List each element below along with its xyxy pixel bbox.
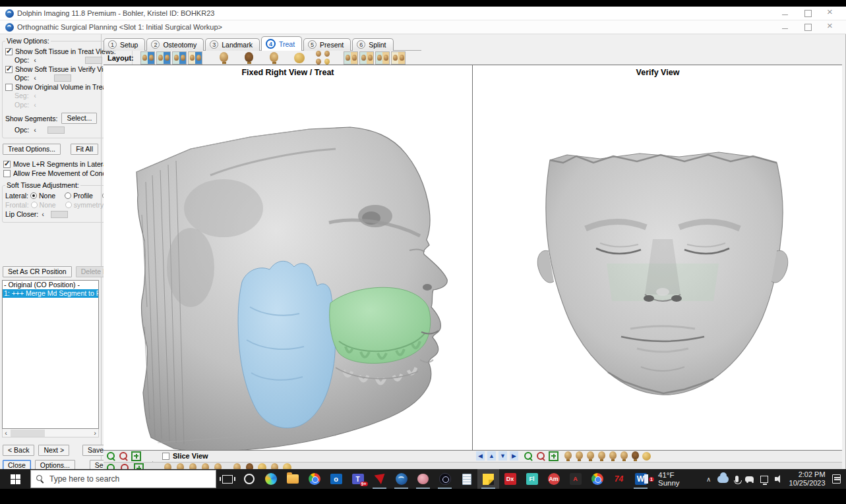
head-view-rear-oblique-icon[interactable] (620, 451, 628, 461)
set-cr-position-button[interactable]: Set As CR Position (3, 266, 72, 277)
chrome-button[interactable] (303, 469, 325, 489)
head-view-right-oblique-icon[interactable] (575, 451, 584, 461)
sticky-notes-button[interactable] (477, 469, 499, 489)
checkbox-icon[interactable] (5, 66, 13, 73)
layout-sphere-view-icon[interactable] (291, 51, 307, 65)
layout-quad-view-icon[interactable] (316, 51, 333, 65)
onedrive-icon[interactable] (717, 476, 728, 483)
fl-app-button[interactable]: Fl (521, 469, 543, 489)
maximize-icon[interactable] (804, 9, 812, 17)
radio-lateral-none[interactable] (30, 192, 37, 199)
teams-button[interactable]: T9+ (347, 469, 369, 489)
rotate-down-icon[interactable]: ▼ (499, 451, 507, 461)
tab-splint[interactable]: 6Splint (352, 38, 393, 51)
slider-left-arrow[interactable]: ‹ (32, 126, 38, 133)
layout-pair-tan-1-icon[interactable] (344, 51, 358, 65)
layout-three-quarter-head-icon[interactable] (241, 51, 257, 65)
layout-pair-blue-2-icon[interactable] (156, 51, 171, 65)
speaker-icon[interactable] (775, 475, 782, 483)
back-button[interactable]: < Back (3, 445, 34, 456)
dolphin-taskbar-button[interactable] (390, 469, 412, 489)
minimize-icon[interactable] (781, 9, 789, 17)
checkbox-icon[interactable] (3, 170, 11, 177)
layout-pair-tan-2-icon[interactable] (359, 51, 374, 65)
close-icon[interactable] (826, 9, 834, 17)
checkbox-free-condyles[interactable]: Allow Free Movement of Condyles (3, 169, 99, 177)
network-display-icon[interactable] (760, 476, 769, 483)
microphone-icon[interactable] (735, 476, 739, 482)
movement-list-hscrollbar[interactable]: ‹ › (2, 429, 99, 437)
head-view-frontal-icon[interactable] (586, 451, 595, 461)
hscroll-left-arrow[interactable]: ‹ (3, 430, 9, 436)
tab-landmark[interactable]: 3Landmark (205, 38, 260, 51)
rotate-right-icon[interactable]: ▶ (510, 451, 518, 461)
search-input[interactable] (49, 474, 188, 484)
layout-pair-tan-3-icon[interactable] (375, 51, 390, 65)
treat-view-panel[interactable]: Fixed Right View / Treat (104, 65, 473, 450)
checkbox-icon[interactable] (5, 84, 13, 91)
sphere-view-icon[interactable] (642, 452, 651, 461)
start-button[interactable] (0, 469, 30, 489)
edge-button[interactable] (260, 469, 282, 489)
slider-thumb[interactable] (85, 57, 102, 64)
tray-expand-icon[interactable]: ∧ (706, 476, 711, 483)
tab-osteotomy[interactable]: 2Osteotomy (146, 38, 204, 51)
dx-app-button[interactable]: Dx (499, 469, 521, 489)
zoom-in-icon[interactable] (524, 451, 533, 461)
movement-list[interactable]: - Original (CO Position) - 1: +++ Merge … (2, 280, 99, 429)
layout-right-profile-head-icon[interactable] (216, 51, 232, 65)
face-3d-render[interactable] (508, 115, 818, 425)
hscroll-thumb[interactable] (11, 430, 45, 437)
dental-app-button[interactable] (412, 469, 434, 489)
tab-treat[interactable]: 4Treat (261, 36, 302, 51)
notepad-button[interactable] (456, 469, 477, 489)
checkbox-icon[interactable] (5, 48, 13, 55)
file-explorer-button[interactable] (282, 469, 303, 489)
checkbox-move-lr-segments[interactable]: Move L+R Segments in Lateral Views (3, 160, 99, 168)
slider-thumb[interactable] (54, 74, 71, 82)
list-item-selected[interactable]: 1: +++ Merge Md Segment to Final Occl Mo… (3, 289, 98, 298)
next-button[interactable]: Next > (38, 445, 69, 456)
planner-minimize-icon[interactable] (781, 23, 789, 31)
zoom-out-icon[interactable] (119, 451, 129, 461)
fit-view-icon[interactable] (131, 451, 141, 461)
outlook-button[interactable]: o (325, 469, 347, 489)
slider-left-arrow[interactable]: ‹ (32, 57, 38, 63)
acrobat-button[interactable]: A (564, 469, 586, 489)
slice-view-toggle[interactable]: Slice View (162, 452, 208, 460)
device-icon[interactable] (745, 476, 754, 482)
layout-pair-blue-1-icon[interactable] (140, 51, 155, 65)
slice-view-checkbox[interactable] (162, 453, 169, 460)
word-button[interactable]: W (630, 469, 651, 489)
slider-thumb[interactable] (47, 126, 65, 134)
seventyfour-app-button[interactable]: 74 (608, 469, 630, 489)
action-center-icon[interactable] (832, 474, 841, 484)
zoom-in-icon[interactable] (106, 451, 116, 461)
rotate-left-icon[interactable]: ◀ (476, 451, 485, 461)
tab-setup[interactable]: 1Setup (104, 38, 145, 51)
target-app-button[interactable] (434, 469, 456, 489)
list-item[interactable]: - Original (CO Position) - (3, 281, 98, 289)
checkbox-icon[interactable] (3, 161, 11, 168)
am-app-button[interactable]: Am (543, 469, 564, 489)
slider-thumb[interactable] (51, 211, 68, 218)
weather-text[interactable]: 41°F Sunny (658, 471, 690, 487)
layout-pair-tan-4-icon[interactable] (391, 51, 406, 65)
tab-present[interactable]: 5Present (303, 38, 351, 51)
fit-all-button[interactable]: Fit All (71, 144, 98, 155)
taskbar-search[interactable] (30, 470, 216, 488)
cortana-button[interactable] (238, 469, 260, 489)
zoom-out-icon[interactable] (536, 451, 546, 461)
planner-maximize-icon[interactable] (804, 23, 812, 31)
slider-left-arrow[interactable]: ‹ (40, 211, 46, 217)
layout-pair-blue-3-icon[interactable] (172, 51, 187, 65)
red-app-button[interactable] (369, 469, 390, 489)
verify-view-panel[interactable]: Verify View (473, 65, 842, 450)
treat-options-button[interactable]: Treat Options... (3, 144, 61, 155)
planner-close-icon[interactable] (826, 23, 834, 31)
fit-view-icon[interactable] (549, 451, 559, 461)
layout-frontal-head-icon[interactable] (266, 51, 282, 65)
head-view-left-profile-icon[interactable] (609, 451, 617, 461)
hscroll-right-arrow[interactable]: › (92, 430, 98, 436)
chrome-2-button[interactable] (586, 469, 608, 489)
